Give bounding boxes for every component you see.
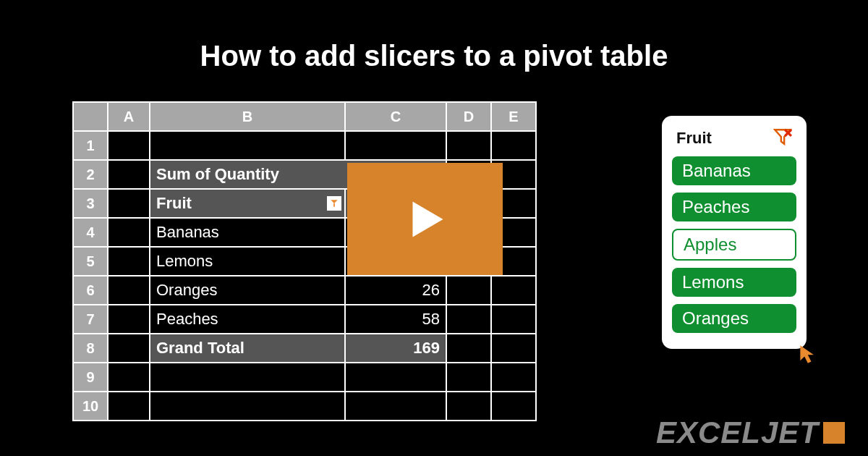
cell[interactable] xyxy=(345,131,446,160)
col-header[interactable]: B xyxy=(150,102,345,131)
pivot-row-name[interactable]: Bananas xyxy=(150,218,345,247)
cell[interactable] xyxy=(108,247,150,276)
brand-logo: EXCELJET xyxy=(656,415,845,450)
row-header[interactable]: 10 xyxy=(73,392,108,421)
play-button[interactable] xyxy=(347,163,503,275)
pivot-total-value[interactable]: 169 xyxy=(345,334,446,363)
slicer-item[interactable]: Lemons xyxy=(672,268,796,297)
cell[interactable] xyxy=(108,305,150,334)
play-icon xyxy=(400,194,451,245)
pivot-row-value[interactable]: 26 xyxy=(345,276,446,305)
col-header[interactable]: E xyxy=(491,102,536,131)
row-header[interactable]: 5 xyxy=(73,247,108,276)
slicer-item[interactable]: Oranges xyxy=(672,304,796,333)
dropdown-icon[interactable] xyxy=(327,196,341,211)
clear-filter-icon[interactable] xyxy=(773,127,792,149)
row-header[interactable]: 9 xyxy=(73,363,108,392)
cell[interactable] xyxy=(108,334,150,363)
slicer-item[interactable]: Bananas xyxy=(672,156,796,185)
cell[interactable] xyxy=(108,276,150,305)
row-header[interactable]: 3 xyxy=(73,189,108,218)
cell[interactable] xyxy=(150,392,345,421)
page-title: How to add slicers to a pivot table xyxy=(0,0,868,72)
cell[interactable] xyxy=(150,131,345,160)
cell[interactable] xyxy=(108,392,150,421)
cell[interactable] xyxy=(108,189,150,218)
brand-accent-icon xyxy=(823,422,845,444)
pivot-row-name[interactable]: Lemons xyxy=(150,247,345,276)
cell[interactable] xyxy=(345,392,446,421)
slicer-item[interactable]: Apples xyxy=(672,229,796,261)
pivot-field-label[interactable]: Fruit xyxy=(150,189,345,218)
cell[interactable] xyxy=(108,131,150,160)
pivot-field-text: Fruit xyxy=(156,194,192,212)
row-header[interactable]: 1 xyxy=(73,131,108,160)
pivot-total-label[interactable]: Grand Total xyxy=(150,334,345,363)
slicer-title: Fruit xyxy=(676,129,712,148)
brand-text: EXCELJET xyxy=(656,415,819,450)
cell[interactable] xyxy=(108,160,150,189)
pivot-row-name[interactable]: Oranges xyxy=(150,276,345,305)
row-header[interactable]: 7 xyxy=(73,305,108,334)
col-header[interactable]: D xyxy=(446,102,491,131)
cell[interactable] xyxy=(446,392,491,421)
cell[interactable] xyxy=(446,131,491,160)
cell[interactable] xyxy=(446,276,491,305)
slicer-panel[interactable]: Fruit Bananas Peaches Apples Lemons Oran… xyxy=(662,116,807,349)
slicer-item[interactable]: Peaches xyxy=(672,193,796,221)
cell[interactable] xyxy=(491,334,536,363)
col-header[interactable]: C xyxy=(345,102,446,131)
row-header[interactable]: 6 xyxy=(73,276,108,305)
cell[interactable] xyxy=(491,305,536,334)
cell[interactable] xyxy=(491,131,536,160)
cell[interactable] xyxy=(108,363,150,392)
corner-cell xyxy=(73,102,108,131)
svg-marker-2 xyxy=(412,201,443,237)
cell[interactable] xyxy=(446,363,491,392)
pivot-row-name[interactable]: Peaches xyxy=(150,305,345,334)
cursor-icon xyxy=(799,344,819,367)
row-header[interactable]: 4 xyxy=(73,218,108,247)
cell[interactable] xyxy=(345,363,446,392)
pivot-row-value[interactable]: 58 xyxy=(345,305,446,334)
cell[interactable] xyxy=(150,363,345,392)
svg-marker-0 xyxy=(331,200,337,203)
row-header[interactable]: 8 xyxy=(73,334,108,363)
cell[interactable] xyxy=(491,363,536,392)
cell[interactable] xyxy=(108,218,150,247)
row-header[interactable]: 2 xyxy=(73,160,108,189)
cell[interactable] xyxy=(446,334,491,363)
cell[interactable] xyxy=(491,392,536,421)
svg-marker-6 xyxy=(800,345,814,363)
cell[interactable] xyxy=(446,305,491,334)
col-header[interactable]: A xyxy=(108,102,150,131)
cell[interactable] xyxy=(491,276,536,305)
